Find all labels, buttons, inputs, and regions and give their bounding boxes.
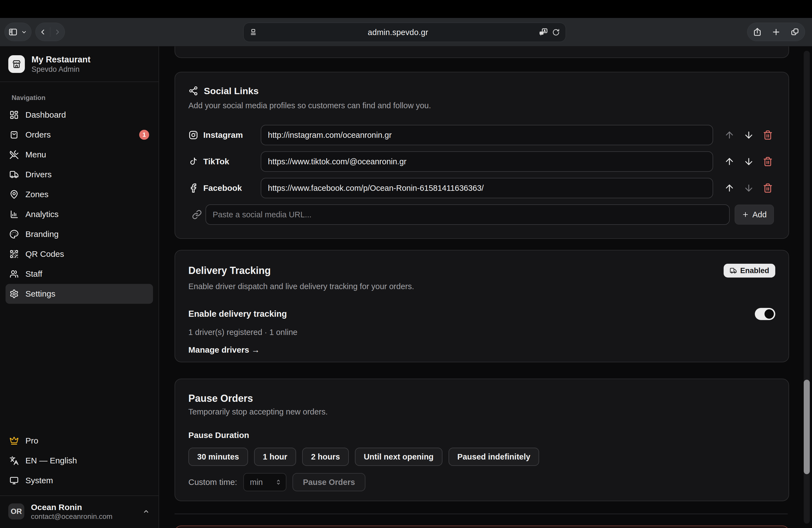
divider (175, 514, 788, 514)
sidebar-item-label: Orders (25, 130, 51, 140)
sidebar-item-pro[interactable]: Pro (5, 431, 153, 451)
sidebar-item-label: Settings (25, 289, 55, 298)
social-link-row-instagram: Instagram (188, 125, 775, 145)
instagram-icon (188, 130, 198, 140)
chevron-up-icon[interactable] (142, 507, 150, 516)
window-titlebar (0, 0, 812, 18)
move-down-icon[interactable] (743, 183, 754, 193)
translate-icon[interactable] (539, 28, 548, 37)
utensils-icon (10, 150, 19, 159)
sidebar-item-label: Analytics (25, 210, 59, 219)
back-button[interactable] (39, 28, 47, 36)
settings-page: Social Links Add your social media profi… (160, 46, 812, 528)
palette-icon (10, 230, 19, 239)
custom-time-label: Custom time: (188, 478, 237, 487)
truck-icon (10, 170, 19, 179)
url-text[interactable]: admin.spevdo.gr (257, 28, 539, 37)
pause-orders-card: Pause Orders Temporarily stop accepting … (175, 379, 789, 501)
move-up-icon[interactable] (724, 130, 735, 140)
drivers-info: 1 driver(s) registered · 1 online (188, 328, 775, 337)
sidebar-item-drivers[interactable]: Drivers (5, 165, 153, 185)
restaurant-name: My Restaurant (31, 54, 91, 65)
duration-until-next-opening-button[interactable]: Until next opening (355, 448, 443, 466)
section-subtitle: Enable driver dispatch and live delivery… (188, 281, 775, 291)
move-up-icon[interactable] (724, 183, 735, 193)
sidebar-item-theme[interactable]: System (5, 471, 153, 490)
sidebar-item-orders[interactable]: Orders 1 (5, 125, 153, 145)
move-down-icon[interactable] (743, 130, 754, 140)
restaurant-header[interactable]: My Restaurant Spevdo Admin (0, 46, 159, 82)
pause-orders-button[interactable]: Pause Orders (292, 473, 366, 491)
stepper-arrows-icon[interactable] (274, 478, 282, 486)
section-title: Social Links (204, 85, 259, 97)
platform-label: TikTok (203, 157, 229, 166)
social-link-row-facebook: Facebook (188, 178, 775, 198)
sidebar-item-menu[interactable]: Menu (5, 145, 153, 165)
move-down-icon[interactable] (743, 156, 754, 167)
sidebar-item-label: Staff (25, 269, 42, 279)
sidebar-item-settings[interactable]: Settings (5, 284, 153, 304)
map-pin-icon (10, 190, 19, 199)
sidebar-item-dashboard[interactable]: Dashboard (5, 105, 153, 125)
sidebar-item-label: Branding (25, 230, 59, 239)
facebook-icon (188, 183, 198, 193)
add-button-label: Add (752, 210, 767, 219)
section-subtitle: Temporarily stop accepting new orders. (188, 407, 775, 417)
scrollbar-thumb[interactable] (804, 380, 810, 474)
sidebar-item-language[interactable]: EN — English (5, 451, 153, 471)
browser-toolbar: admin.spevdo.gr (0, 18, 812, 46)
tab-overview-icon[interactable] (790, 27, 800, 37)
sidebar-item-staff[interactable]: Staff (5, 264, 153, 284)
custom-time-stepper[interactable]: min (243, 473, 286, 491)
monitor-icon (10, 476, 19, 485)
duration-1-hour-button[interactable]: 1 hour (254, 448, 296, 466)
user-menu[interactable]: OR Ocean Ronin contact@oceanronin.com (0, 496, 159, 528)
tiktok-url-input[interactable] (261, 151, 713, 172)
section-subtitle: Add your social media profiles so custom… (188, 101, 775, 111)
duration-2-hours-button[interactable]: 2 hours (302, 448, 349, 466)
panel-left-icon (8, 27, 18, 37)
delete-icon[interactable] (763, 130, 773, 140)
card-partial-top (175, 46, 789, 58)
platform-label: Instagram (203, 130, 243, 140)
users-icon (10, 269, 19, 279)
address-bar[interactable]: admin.spevdo.gr (243, 23, 566, 42)
pro-label: Pro (25, 436, 39, 445)
sidebar-item-analytics[interactable]: Analytics (5, 204, 153, 224)
chevron-down-icon (20, 28, 28, 35)
theme-label: System (25, 476, 53, 485)
duration-30-minutes-button[interactable]: 30 minutes (188, 448, 248, 466)
sidebar-item-label: QR Codes (25, 249, 64, 259)
delete-icon[interactable] (763, 183, 773, 193)
sidebar-toggle-button[interactable] (4, 23, 31, 41)
tiktok-icon (188, 157, 198, 166)
add-social-row: Add (188, 204, 775, 225)
delivery-tracking-toggle[interactable] (755, 308, 775, 320)
sidebar-item-branding[interactable]: Branding (5, 224, 153, 244)
manage-drivers-link[interactable]: Manage drivers → (188, 345, 260, 355)
nav-list: Dashboard Orders 1 Menu Drivers Zo (0, 105, 159, 304)
add-social-url-input[interactable] (205, 204, 730, 225)
forward-button[interactable] (53, 28, 61, 36)
danger-card-partial (175, 526, 789, 528)
reader-icon[interactable] (249, 28, 257, 36)
move-up-icon[interactable] (724, 156, 735, 167)
social-links-card: Social Links Add your social media profi… (175, 72, 789, 239)
sidebar-item-label: Dashboard (25, 110, 66, 120)
bar-chart-icon (10, 210, 19, 219)
share-icon[interactable] (753, 27, 762, 37)
new-tab-icon[interactable] (771, 27, 781, 37)
sidebar-item-qr-codes[interactable]: QR Codes (5, 244, 153, 264)
languages-icon (10, 456, 19, 465)
delete-icon[interactable] (763, 157, 773, 166)
facebook-url-input[interactable] (261, 178, 713, 198)
sidebar: My Restaurant Spevdo Admin Navigation Da… (0, 46, 159, 528)
toggle-knob (765, 309, 774, 319)
reload-icon[interactable] (552, 28, 560, 36)
nav-button-group (35, 23, 65, 41)
platform-label: Facebook (203, 184, 242, 193)
sidebar-item-zones[interactable]: Zones (5, 185, 153, 204)
duration-paused-indefinitely-button[interactable]: Paused indefinitely (449, 448, 539, 466)
add-social-button[interactable]: Add (735, 205, 774, 224)
instagram-url-input[interactable] (261, 125, 713, 145)
